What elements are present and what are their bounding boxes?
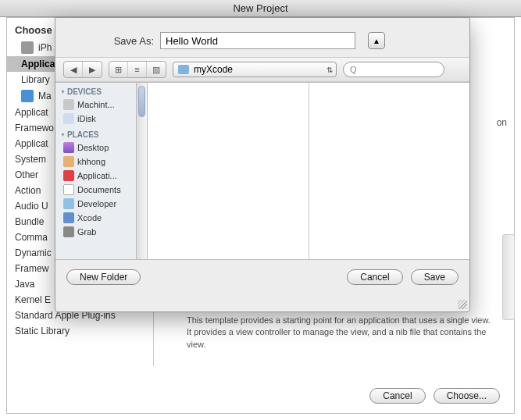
devices-header[interactable]: DEVICES	[55, 83, 147, 98]
iphone-icon	[21, 41, 34, 54]
xcode-icon	[63, 212, 74, 223]
desktop-icon	[63, 142, 74, 153]
path-popup[interactable]: myXcode	[173, 62, 337, 77]
search-icon: Q	[350, 65, 357, 74]
place-desktop[interactable]: Desktop	[55, 141, 147, 155]
icon-view-button[interactable]: ⊞	[109, 62, 128, 77]
template-description: This template provides a starting point …	[187, 315, 491, 351]
home-icon	[63, 156, 74, 167]
column-view-button[interactable]: ▥	[147, 62, 166, 77]
view-mode-segment: ⊞ ≡ ▥	[109, 61, 166, 78]
cancel-button[interactable]: Cancel	[347, 269, 402, 285]
scrollbar-thumb[interactable]	[138, 86, 145, 117]
resize-grip[interactable]	[458, 300, 467, 309]
truncated-text: on	[497, 117, 507, 128]
documents-icon	[63, 184, 74, 195]
place-home[interactable]: khhong	[55, 155, 147, 169]
browser-sidebar: DEVICES Machint... iDisk PLACES Desktop …	[55, 83, 148, 259]
back-button[interactable]: ◀	[64, 62, 83, 77]
device-idisk[interactable]: iDisk	[55, 112, 147, 126]
place-xcode[interactable]: Xcode	[55, 211, 147, 225]
developer-icon	[63, 198, 74, 209]
place-developer[interactable]: Developer	[55, 197, 147, 211]
applications-icon	[63, 170, 74, 181]
grab-icon	[63, 226, 74, 237]
place-grab[interactable]: Grab	[55, 225, 147, 239]
file-browser: DEVICES Machint... iDisk PLACES Desktop …	[55, 82, 469, 260]
new-folder-button[interactable]: New Folder	[66, 269, 141, 285]
idisk-icon	[63, 113, 74, 124]
drive-icon	[63, 99, 74, 110]
cat-14[interactable]: Static Library	[7, 323, 153, 339]
column-1[interactable]	[148, 83, 309, 259]
save-sheet: Save As: ▲ ◀ ▶ ⊞ ≡ ▥ myXcode Q DEVICES M…	[55, 17, 470, 312]
place-documents[interactable]: Documents	[55, 183, 147, 197]
folder-icon	[178, 65, 189, 74]
device-macintosh[interactable]: Machint...	[55, 98, 147, 112]
places-header[interactable]: PLACES	[55, 126, 147, 141]
finder-icon	[21, 90, 34, 102]
forward-button[interactable]: ▶	[83, 62, 102, 77]
disclosure-button[interactable]: ▲	[368, 32, 385, 49]
save-as-label: Save As:	[68, 35, 154, 47]
column-view[interactable]	[148, 83, 469, 259]
nav-buttons: ◀ ▶	[63, 61, 102, 78]
path-label: myXcode	[194, 64, 233, 75]
list-view-button[interactable]: ≡	[128, 62, 147, 77]
bg-cancel-button[interactable]: Cancel	[369, 388, 425, 404]
browser-toolbar: ◀ ▶ ⊞ ≡ ▥ myXcode Q	[55, 57, 469, 82]
search-field[interactable]: Q	[343, 62, 444, 77]
bg-choose-button[interactable]: Choose...	[434, 388, 500, 404]
sidebar-scrollbar[interactable]	[136, 83, 147, 259]
filename-field[interactable]	[160, 32, 355, 49]
column-2[interactable]	[309, 83, 470, 259]
window-titlebar: New Project	[0, 0, 521, 17]
content-scrollbar[interactable]	[502, 234, 515, 320]
save-button[interactable]: Save	[411, 269, 459, 285]
place-applications[interactable]: Applicati...	[55, 169, 147, 183]
